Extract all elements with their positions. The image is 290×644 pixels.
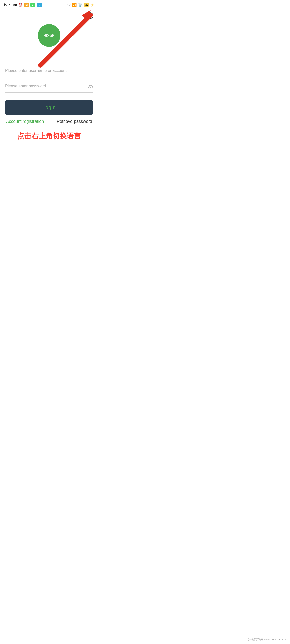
signal-bars-icon: 📶 xyxy=(72,3,77,7)
status-right-icons: HD 📶 📡 25 ⚡ xyxy=(67,3,94,7)
account-registration-link[interactable]: Account registration xyxy=(6,119,44,124)
charging-icon: ⚡ xyxy=(90,3,94,7)
instruction-text: 点击右上角切换语言 xyxy=(0,131,98,141)
play-icon: ▶ xyxy=(30,3,35,7)
password-field-group xyxy=(5,82,93,93)
svg-point-9 xyxy=(88,85,93,88)
svg-point-10 xyxy=(90,86,91,88)
folder-icon: ▣ xyxy=(24,3,29,7)
password-visibility-toggle[interactable] xyxy=(88,84,93,91)
status-time-area: 晚上8:58 ⏰ ▣ ▶ ↓ · xyxy=(4,3,45,7)
username-input[interactable] xyxy=(5,67,93,74)
alarm-icon: ⏰ xyxy=(18,3,22,7)
language-switch-button[interactable] xyxy=(86,11,95,20)
hd-signal-icon: HD xyxy=(67,3,71,6)
time-display: 晚上8:58 xyxy=(4,3,17,7)
app-logo xyxy=(38,24,60,47)
dot-indicator: · xyxy=(44,3,45,7)
wifi-icon: 📡 xyxy=(78,3,82,7)
logo-area xyxy=(0,9,98,67)
status-bar: 晚上8:58 ⏰ ▣ ▶ ↓ · HD 📶 📡 25 ⚡ xyxy=(0,0,98,9)
login-button[interactable]: Login xyxy=(5,100,93,115)
download-icon: ↓ xyxy=(37,3,42,7)
password-input[interactable] xyxy=(5,82,93,90)
retrieve-password-link[interactable]: Retrieve password xyxy=(57,119,92,124)
battery-display: 25 xyxy=(84,3,89,7)
links-row: Account registration Retrieve password xyxy=(5,119,93,124)
login-form: Login Account registration Retrieve pass… xyxy=(0,67,98,124)
username-field-group xyxy=(5,67,93,77)
